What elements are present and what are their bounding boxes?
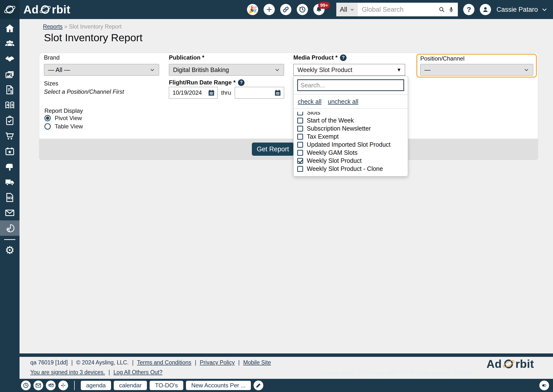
checkbox-icon[interactable] xyxy=(297,142,303,148)
checkbox-icon[interactable] xyxy=(297,150,303,156)
sidebar-item-home[interactable] xyxy=(0,21,20,36)
taskbar-new-accounts-button[interactable]: New Accounts Per ... xyxy=(186,381,251,390)
option-tax-exempt[interactable]: Tax Exempt xyxy=(297,133,404,141)
sidebar-item-mailbox[interactable] xyxy=(0,159,20,174)
option-subscription-newsletter[interactable]: Subscription Newsletter xyxy=(297,124,404,133)
privacy-link[interactable]: Privacy Policy xyxy=(200,359,235,366)
sidebar-item-email[interactable] xyxy=(0,205,20,220)
option-label: Updated Imported Slot Product xyxy=(307,141,390,148)
option-slots[interactable]: Slots xyxy=(297,112,404,116)
checkbox-icon[interactable] xyxy=(297,118,303,124)
sidebar-item-reports[interactable] xyxy=(0,220,20,236)
log-others-out-link[interactable]: Log All Others Out? xyxy=(113,369,163,375)
option-weekly-gam-slots[interactable]: Weekly GAM Slots xyxy=(297,149,404,157)
date-to-input[interactable] xyxy=(235,87,284,99)
get-report-button[interactable]: Get Report xyxy=(252,143,294,156)
taskbar-mail-button[interactable] xyxy=(33,381,43,390)
envelope-icon xyxy=(35,382,41,389)
check-all-link[interactable]: check all xyxy=(298,98,321,105)
radio-selected-icon[interactable] xyxy=(44,115,51,121)
option-weekly-slot-product-clone[interactable]: Weekly Slot Product - Clone xyxy=(297,165,404,173)
mobile-site-link[interactable]: Mobile Site xyxy=(243,359,271,366)
footer-line2: You are signed into 3 devices. | Log All… xyxy=(30,369,163,376)
celebration-button[interactable]: 🎉 xyxy=(247,4,258,15)
sidebar-item-media[interactable] xyxy=(0,67,20,82)
checkbox-icon[interactable] xyxy=(297,112,303,115)
sidebar-item-orders[interactable] xyxy=(0,128,20,144)
avatar[interactable] xyxy=(480,4,491,15)
calendar-star-icon xyxy=(5,146,15,156)
page-footer: qa 76019 [1dd] | © 2024 Aysling, LLC. | … xyxy=(20,357,553,379)
taskbar-todos-button[interactable]: TO-DO's xyxy=(150,381,183,390)
media-product-multiselect[interactable]: Weekly Slot Product ▼ xyxy=(293,64,405,76)
calendar-icon[interactable] xyxy=(274,89,281,96)
radio-unselected-icon[interactable] xyxy=(44,123,51,130)
version-text: qa 76019 [1dd] xyxy=(30,359,68,366)
brand-select[interactable]: — All — xyxy=(44,64,159,76)
devices-link[interactable]: You are signed into 3 devices. xyxy=(30,369,105,375)
radio-table-view[interactable]: Table View xyxy=(44,123,83,130)
footer-logo: Ad rbit xyxy=(487,357,534,371)
sidebar-item-billing[interactable]: $ xyxy=(0,82,20,97)
option-weekly-slot-product[interactable]: Weekly Slot Product xyxy=(297,157,404,165)
dropdown-search-input[interactable] xyxy=(297,79,404,91)
publication-select[interactable]: Digital British Baking xyxy=(169,64,284,76)
cart-icon xyxy=(5,131,15,141)
checkbox-icon[interactable] xyxy=(297,166,303,172)
checkbox-icon[interactable] xyxy=(297,134,303,140)
checkbox-icon[interactable] xyxy=(297,126,303,132)
taskbar-agenda-button[interactable]: agenda xyxy=(81,381,111,390)
sidebar-item-tasks[interactable] xyxy=(0,113,20,128)
sidebar-item-rate-cards[interactable]: A $ xyxy=(0,97,20,113)
sidebar-item-distribution[interactable] xyxy=(0,174,20,190)
sidebar-item-sales[interactable] xyxy=(0,51,20,67)
chevron-down-icon xyxy=(275,67,280,72)
global-search-input[interactable] xyxy=(358,6,438,13)
checkbox-checked-icon[interactable] xyxy=(297,158,303,164)
help-button[interactable]: ? xyxy=(463,4,474,15)
envelope-lines-icon xyxy=(48,382,54,389)
terms-link[interactable]: Terms and Conditions xyxy=(137,359,191,366)
media-product-help-icon[interactable]: ? xyxy=(340,54,347,61)
media-product-dropdown-panel: check all uncheck all Slots Start of the… xyxy=(293,76,408,176)
date-from-input[interactable]: 10/19/2024 xyxy=(169,87,218,99)
search-icon[interactable] xyxy=(438,6,445,13)
clock-icon xyxy=(23,382,29,389)
dropdown-arrow-icon[interactable]: ▼ xyxy=(393,64,405,75)
wordmark-before: Ad xyxy=(23,3,39,16)
history-button[interactable] xyxy=(297,4,308,15)
sidebar-item-w2[interactable]: W2 xyxy=(0,190,20,205)
quick-links-button[interactable] xyxy=(280,4,291,15)
orbit-planet-icon xyxy=(3,3,16,16)
taskbar-calendar-button[interactable]: calendar xyxy=(114,381,147,390)
option-start-of-the-week[interactable]: Start of the Week xyxy=(297,116,404,124)
sizes-hint: Select a Position/Channel First xyxy=(44,88,124,95)
option-updated-imported-slot-product[interactable]: Updated Imported Slot Product xyxy=(297,141,404,149)
search-scope-select[interactable]: All xyxy=(336,3,358,16)
uncheck-all-link[interactable]: uncheck all xyxy=(328,98,358,105)
user-menu[interactable]: Cassie Pataro xyxy=(496,6,548,13)
app-logo-icon[interactable] xyxy=(0,0,20,19)
microphone-icon[interactable] xyxy=(448,6,454,13)
taskbar-newsletter-button[interactable] xyxy=(46,381,56,390)
add-new-button[interactable] xyxy=(264,4,275,15)
app-wordmark[interactable]: Ad rbit xyxy=(23,3,70,16)
sidebar-item-events[interactable] xyxy=(0,144,20,159)
chevron-down-icon xyxy=(541,6,548,13)
position-channel-select[interactable]: — xyxy=(420,64,533,76)
sidebar-item-contacts[interactable] xyxy=(0,36,20,51)
sidebar-item-settings[interactable]: ⚙ xyxy=(0,242,20,258)
taskbar-clock-button[interactable] xyxy=(21,381,31,390)
taskbar-toggle-button[interactable] xyxy=(539,381,549,390)
notifications-button[interactable]: 99+ xyxy=(313,4,325,15)
media-product-label: Media Product * ? xyxy=(293,54,347,61)
date-range-help-icon[interactable]: ? xyxy=(238,79,245,86)
pencil-icon xyxy=(255,382,262,389)
thru-label: thru xyxy=(221,89,231,96)
chevron-down-icon xyxy=(350,7,354,12)
breadcrumb-reports-link[interactable]: Reports xyxy=(43,23,63,30)
taskbar-slack-button[interactable] xyxy=(58,381,68,390)
calendar-icon[interactable] xyxy=(208,89,215,96)
taskbar-edit-button[interactable] xyxy=(254,381,263,390)
radio-pivot-view[interactable]: Pivot View xyxy=(44,115,82,122)
